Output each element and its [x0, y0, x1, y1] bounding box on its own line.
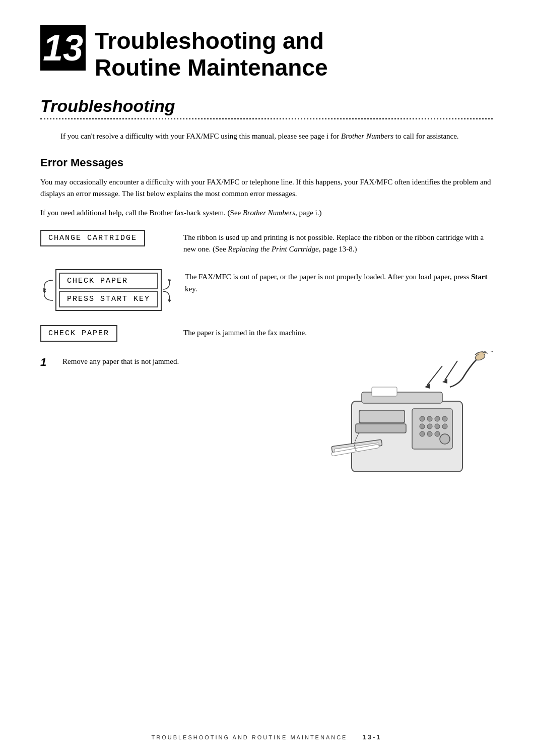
- lcd-press-start: PRESS START KEY: [59, 291, 158, 307]
- svg-point-11: [435, 416, 440, 421]
- svg-point-20: [440, 434, 450, 444]
- section-divider: [40, 118, 493, 119]
- error-row-3: CHECK PAPER The paper is jammed in the f…: [40, 325, 493, 342]
- section-heading: Troubleshooting: [40, 96, 493, 116]
- svg-line-27: [445, 361, 457, 380]
- chapter-number: 13: [40, 25, 86, 71]
- svg-point-10: [427, 416, 432, 421]
- step-content: 1 Remove any paper that is not jammed.: [40, 356, 311, 369]
- svg-marker-1: [43, 290, 46, 293]
- error-intro-para1: You may occasionally encounter a difficu…: [40, 176, 493, 200]
- step-number-1: 1: [40, 356, 55, 369]
- lcd-check-paper: CHECK PAPER: [59, 273, 158, 289]
- page: 13 Troubleshooting and Routine Maintenan…: [0, 0, 533, 756]
- error-table: CHANGE CARTRIDGE The ribbon is used up a…: [40, 230, 493, 342]
- error-desc-2: The FAX/MFC is out of paper, or the pape…: [185, 269, 493, 295]
- svg-point-9: [420, 416, 425, 421]
- lcd-change-cartridge: CHANGE CARTRIDGE: [40, 230, 145, 246]
- error-messages-section: Error Messages You may occasionally enco…: [40, 156, 493, 342]
- svg-marker-2: [168, 279, 171, 282]
- svg-point-16: [442, 424, 447, 429]
- error-display-3: CHECK PAPER: [40, 325, 171, 342]
- svg-point-14: [427, 424, 432, 429]
- error-display-2: CHECK PAPER PRESS START KEY: [40, 269, 173, 311]
- right-arrow-icon: [162, 275, 173, 305]
- error-display-1: CHANGE CARTRIDGE: [40, 230, 171, 246]
- step-text-1: Remove any paper that is not jammed.: [62, 356, 311, 367]
- fax-illustration: [321, 346, 493, 504]
- chapter-header: 13 Troubleshooting and Routine Maintenan…: [40, 20, 493, 81]
- lcd-double-box: CHECK PAPER PRESS START KEY: [55, 269, 162, 311]
- intro-paragraph: If you can't resolve a difficulty with y…: [60, 131, 493, 142]
- svg-point-12: [442, 416, 447, 421]
- footer-page-number: 13-1: [362, 733, 381, 741]
- svg-rect-23: [372, 387, 397, 396]
- arrow-group: CHECK PAPER PRESS START KEY: [40, 269, 173, 311]
- chapter-title: Troubleshooting and Routine Maintenance: [95, 25, 328, 81]
- fax-machine-svg: [321, 351, 493, 502]
- svg-point-19: [435, 431, 440, 436]
- error-row-2: CHECK PAPER PRESS START KEY The FAX/MFC …: [40, 269, 493, 311]
- lcd-check-paper-single: CHECK PAPER: [40, 325, 117, 342]
- svg-point-17: [420, 431, 425, 436]
- error-row-1: CHANGE CARTRIDGE The ribbon is used up a…: [40, 230, 493, 256]
- page-footer: TROUBLESHOOTING AND ROUTINE MAINTENANCE …: [0, 733, 533, 741]
- error-desc-1: The ribbon is used up and printing is no…: [183, 230, 493, 256]
- left-arrow-icon: [40, 275, 55, 305]
- svg-point-13: [420, 424, 425, 429]
- footer-text: TROUBLESHOOTING AND ROUTINE MAINTENANCE: [151, 734, 347, 740]
- svg-rect-24: [356, 424, 406, 433]
- error-messages-heading: Error Messages: [40, 156, 493, 169]
- error-desc-3: The paper is jammed in the fax machine.: [183, 325, 493, 339]
- svg-point-18: [427, 431, 432, 436]
- svg-rect-21: [359, 410, 405, 423]
- error-intro-para2: If you need additional help, call the Br…: [40, 207, 493, 219]
- step-section: 1 Remove any paper that is not jammed.: [40, 356, 493, 504]
- svg-point-15: [435, 424, 440, 429]
- svg-marker-3: [168, 299, 171, 302]
- svg-line-25: [427, 366, 442, 385]
